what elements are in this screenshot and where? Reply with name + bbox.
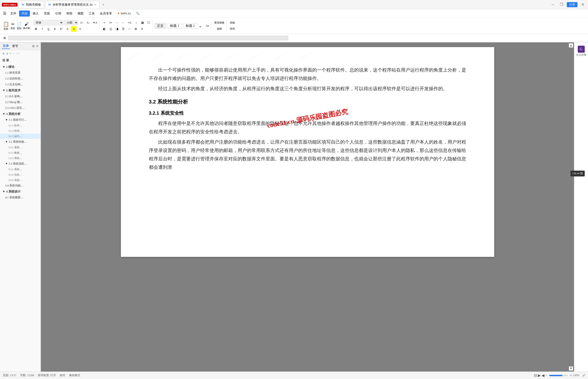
toc-item-1-1[interactable]: 1.1 研究背景 (0, 70, 41, 76)
para-indent-in-btn[interactable]: → (114, 20, 120, 25)
style-title1-btn[interactable]: 标题 1 (168, 23, 182, 29)
menu-home[interactable]: 开始 (19, 11, 30, 16)
nav-down-btn[interactable]: ∨ (6, 51, 9, 56)
para-text-dir-btn[interactable]: ⇕ (139, 26, 145, 32)
font-size-selector[interactable]: 小四 (64, 20, 78, 25)
new-tab-button[interactable]: + (101, 2, 106, 8)
view-mode-2[interactable]: ▶ (538, 373, 541, 378)
toc-item-4-1[interactable]: 4.1 系统概要.... (0, 195, 41, 201)
toc-item-1-2[interactable]: 1.2 目的和意.... (0, 76, 41, 81)
underline-btn[interactable]: U (46, 26, 51, 32)
menu-member[interactable]: 会员专享 (98, 11, 114, 16)
view-toggle-btn[interactable]: ⊞ (2, 35, 7, 41)
font-selector[interactable]: 宋体 (33, 20, 64, 25)
align-left-btn[interactable]: ◧ (101, 26, 107, 32)
menu-file[interactable]: 文件 (8, 11, 19, 16)
nav-up-btn[interactable]: ∧ (2, 51, 5, 56)
expand-btn[interactable]: ⤢ (582, 373, 585, 378)
toc-item-1-3[interactable]: 1.3 论文结构.... (0, 81, 41, 87)
font-color-a-btn[interactable]: A (77, 26, 83, 32)
tab-doc[interactable]: W 乡村养老服务管理系统论文.do ✕ (45, 1, 100, 8)
select-btn[interactable]: 选择 (216, 26, 223, 32)
para-shade-btn[interactable]: ▦ (139, 20, 145, 25)
styles-expand-btn[interactable]: ⌄ (199, 23, 202, 29)
toc-item-3-3[interactable]: ▼ 3.3 系统流程.... (0, 161, 41, 167)
paste-btn[interactable]: 📋 粘贴 (3, 21, 9, 31)
para-line-btn[interactable]: ↕ (133, 20, 139, 25)
menu-insert[interactable]: 插入 (30, 11, 41, 16)
view-mode-1[interactable]: ⊟ (534, 373, 537, 378)
para-table-btn[interactable]: ⊞ (133, 26, 139, 32)
toc-item-3-1-3[interactable]: 3.1.3 运行.... (0, 134, 41, 139)
sidebar-tab-chapter[interactable]: 章节 (11, 44, 19, 49)
nav-minus-btn[interactable]: − (13, 51, 16, 56)
find-replace-btn[interactable]: 查找替换 (213, 20, 226, 26)
superscript-btn[interactable]: X² (58, 26, 64, 32)
para-align-btn[interactable]: ≡A (127, 20, 133, 25)
align-justify-btn[interactable]: ☰ (120, 26, 126, 32)
toc-item-4[interactable]: ▼ 4 系统设计 (0, 189, 41, 195)
menu-ref[interactable]: 引用 (53, 11, 64, 16)
toc-item-3[interactable]: ▼ 3 系统分析 (0, 111, 41, 117)
para-border-btn[interactable]: ☐ (146, 20, 151, 25)
format-btn[interactable]: 排列 (229, 26, 236, 32)
sidebar-tab-toc[interactable]: 目录 (2, 43, 10, 49)
format-painter-btn[interactable]: 🖌 格式刷 (23, 22, 30, 30)
toc-item-3-2-3[interactable]: 3.2.3 系统.... (0, 156, 41, 161)
strikethrough-btn[interactable]: S (52, 26, 58, 32)
style-format-top[interactable]: Aa (204, 23, 210, 29)
toc-item-2-3[interactable]: 2.3 JAVA 语言.... (0, 105, 41, 111)
menu-search[interactable]: 🔍 (134, 11, 142, 16)
sort-btn[interactable]: 排版 (229, 20, 236, 26)
menu-view[interactable]: 视图 (75, 11, 86, 16)
align-center-btn[interactable]: ◫ (108, 26, 113, 32)
style-title2-btn[interactable]: 标题 2 (183, 23, 197, 29)
ch-switch-btn[interactable]: CH ⇌ 简 (571, 171, 585, 176)
copy-btn[interactable]: 📄 复制 (17, 22, 22, 30)
highlight-btn[interactable]: A (71, 26, 77, 32)
toc-item-3-4[interactable]: 3.4 系统功能.... (0, 183, 41, 189)
font-decrease-btn[interactable]: A↓ (85, 20, 91, 25)
para-indent-out-btn[interactable]: ← (120, 20, 126, 25)
toc-item-3-3-1[interactable]: 3.3.1 系统.... (0, 167, 41, 172)
toc-item-2-1[interactable]: 2.1 B/S 架构.... (0, 94, 41, 99)
lunwen-chachong-btn[interactable]: G 论文查重 (575, 44, 588, 58)
menu-wpsai[interactable]: ✦ WPS AI (115, 11, 133, 16)
spell-check[interactable]: 拼写检查: 打开 (38, 373, 56, 377)
font-color-btn[interactable]: A (65, 26, 70, 32)
font-increase-btn[interactable]: A↑ (79, 20, 85, 25)
menu-page[interactable]: 页面 (42, 11, 52, 16)
toc-item-3-2-1[interactable]: 3.2.1 系统.... (0, 145, 41, 150)
minimize-button[interactable]: ─ (550, 2, 556, 7)
tab-template[interactable]: W 找稿壳模板 (18, 1, 44, 8)
toc-item-2[interactable]: ▼ 2 相关技术 (0, 87, 41, 94)
italic-btn[interactable]: I (39, 26, 45, 32)
sidebar-settings-btn[interactable]: ⚙ (32, 44, 35, 48)
restore-button[interactable]: ❐ (558, 2, 565, 7)
zoom-slider[interactable] (549, 375, 568, 376)
toc-item-2-2[interactable]: 2.2 Mysql 数.... (0, 99, 41, 105)
proofread[interactable]: 校对 (60, 373, 65, 377)
toc-item-1[interactable]: ▼ 1 绪论 (0, 64, 41, 70)
toc-item-3-2[interactable]: ▼ 3.2 系统性能.... (0, 139, 41, 145)
toc-item-3-1[interactable]: ▼ 3.1 系统可行.... (0, 117, 41, 123)
para-more-btn[interactable]: ⋯ (127, 26, 132, 32)
scroll-down-btn[interactable]: ▼ (569, 366, 573, 371)
font-clear-btn[interactable]: ✕A (92, 20, 99, 25)
nav-more-btn[interactable]: ⋯ (16, 51, 20, 56)
zoom-out-btn[interactable]: − (545, 373, 547, 378)
para-num-list-btn[interactable]: 1≡ (108, 20, 113, 25)
toc-item-3-1-1[interactable]: 3.1.1 技术.... (0, 123, 41, 128)
toc-item-3-3-3[interactable]: 3.3.3 信息.... (0, 177, 41, 183)
scroll-up-btn[interactable]: ▲ (569, 43, 573, 47)
view-mode-3[interactable]: ◀ (542, 373, 544, 378)
menu-hamburger[interactable]: ☰ (2, 11, 7, 16)
close-button[interactable]: ✕ (579, 2, 586, 7)
share-button[interactable]: 分享 (567, 2, 577, 7)
toc-item-3-1-2[interactable]: 3.1.2 经济.... (0, 128, 41, 134)
bold-btn[interactable]: B (33, 26, 39, 32)
format-brush-btn[interactable]: ✂ 剪切 (11, 22, 15, 30)
align-right-btn[interactable]: ◨ (114, 26, 120, 32)
menu-tools[interactable]: 工具 (86, 11, 97, 16)
zoom-in-btn[interactable]: + (570, 373, 572, 378)
